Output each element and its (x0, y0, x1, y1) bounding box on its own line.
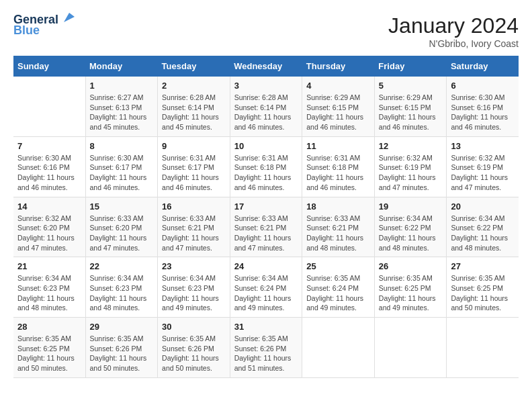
day-info: Sunrise: 6:35 AM Sunset: 6:25 PM Dayligh… (451, 273, 515, 313)
calendar-cell: 3Sunrise: 6:28 AM Sunset: 6:14 PM Daylig… (230, 77, 302, 136)
calendar-cell: 22Sunrise: 6:34 AM Sunset: 6:23 PM Dayli… (85, 257, 158, 318)
day-number: 8 (90, 141, 154, 151)
calendar-cell: 12Sunrise: 6:32 AM Sunset: 6:19 PM Dayli… (374, 136, 447, 197)
calendar-cell: 9Sunrise: 6:31 AM Sunset: 6:17 PM Daylig… (158, 136, 230, 197)
month-title: January 2024 (388, 13, 519, 38)
day-info: Sunrise: 6:28 AM Sunset: 6:14 PM Dayligh… (234, 93, 298, 132)
day-info: Sunrise: 6:27 AM Sunset: 6:13 PM Dayligh… (90, 93, 154, 132)
col-thursday: Thursday (302, 56, 375, 77)
day-info: Sunrise: 6:35 AM Sunset: 6:25 PM Dayligh… (17, 334, 81, 373)
day-info: Sunrise: 6:29 AM Sunset: 6:15 PM Dayligh… (379, 93, 443, 132)
day-number: 20 (451, 201, 515, 212)
calendar-cell: 13Sunrise: 6:32 AM Sunset: 6:19 PM Dayli… (447, 136, 519, 197)
day-info: Sunrise: 6:30 AM Sunset: 6:16 PM Dayligh… (451, 93, 515, 132)
calendar-header-row: Sunday Monday Tuesday Wednesday Thursday… (13, 56, 519, 77)
day-info: Sunrise: 6:28 AM Sunset: 6:14 PM Dayligh… (162, 93, 226, 132)
calendar-cell: 23Sunrise: 6:34 AM Sunset: 6:23 PM Dayli… (158, 257, 230, 318)
title-section: January 2024 N'Gbribo, Ivory Coast (388, 13, 519, 49)
calendar-week-row: 21Sunrise: 6:34 AM Sunset: 6:23 PM Dayli… (13, 257, 519, 318)
day-info: Sunrise: 6:34 AM Sunset: 6:23 PM Dayligh… (90, 273, 154, 313)
day-info: Sunrise: 6:34 AM Sunset: 6:23 PM Dayligh… (162, 273, 226, 313)
calendar-cell: 15Sunrise: 6:33 AM Sunset: 6:20 PM Dayli… (85, 197, 158, 257)
day-number: 1 (90, 81, 154, 91)
col-wednesday: Wednesday (230, 56, 302, 77)
col-saturday: Saturday (447, 56, 519, 77)
calendar-cell: 6Sunrise: 6:30 AM Sunset: 6:16 PM Daylig… (447, 77, 519, 136)
calendar-week-row: 28Sunrise: 6:35 AM Sunset: 6:25 PM Dayli… (13, 318, 519, 378)
location: N'Gbribo, Ivory Coast (388, 38, 519, 49)
day-info: Sunrise: 6:33 AM Sunset: 6:20 PM Dayligh… (90, 214, 154, 253)
calendar-cell (13, 77, 85, 136)
calendar-cell: 10Sunrise: 6:31 AM Sunset: 6:18 PM Dayli… (230, 136, 302, 197)
calendar-cell: 30Sunrise: 6:35 AM Sunset: 6:26 PM Dayli… (158, 318, 230, 378)
calendar-cell (374, 318, 447, 378)
calendar-cell: 26Sunrise: 6:35 AM Sunset: 6:25 PM Dayli… (374, 257, 447, 318)
calendar-cell: 19Sunrise: 6:34 AM Sunset: 6:22 PM Dayli… (374, 197, 447, 257)
calendar-week-row: 14Sunrise: 6:32 AM Sunset: 6:20 PM Dayli… (13, 197, 519, 257)
day-number: 3 (234, 81, 298, 91)
day-info: Sunrise: 6:31 AM Sunset: 6:18 PM Dayligh… (306, 153, 370, 193)
day-info: Sunrise: 6:33 AM Sunset: 6:21 PM Dayligh… (306, 214, 370, 253)
day-number: 28 (17, 322, 81, 332)
calendar-cell: 8Sunrise: 6:30 AM Sunset: 6:17 PM Daylig… (85, 136, 158, 197)
day-info: Sunrise: 6:35 AM Sunset: 6:26 PM Dayligh… (162, 334, 226, 373)
col-tuesday: Tuesday (158, 56, 230, 77)
day-info: Sunrise: 6:33 AM Sunset: 6:21 PM Dayligh… (162, 214, 226, 253)
calendar-cell: 20Sunrise: 6:34 AM Sunset: 6:22 PM Dayli… (447, 197, 519, 257)
calendar-cell: 4Sunrise: 6:29 AM Sunset: 6:15 PM Daylig… (302, 77, 375, 136)
day-number: 4 (306, 81, 370, 91)
day-number: 29 (90, 322, 154, 332)
day-info: Sunrise: 6:30 AM Sunset: 6:17 PM Dayligh… (90, 153, 154, 193)
day-info: Sunrise: 6:32 AM Sunset: 6:19 PM Dayligh… (379, 153, 443, 193)
day-info: Sunrise: 6:35 AM Sunset: 6:26 PM Dayligh… (90, 334, 154, 373)
svg-marker-0 (64, 13, 75, 22)
calendar-cell: 24Sunrise: 6:34 AM Sunset: 6:24 PM Dayli… (230, 257, 302, 318)
logo: General Blue (13, 13, 75, 38)
day-info: Sunrise: 6:35 AM Sunset: 6:25 PM Dayligh… (379, 273, 443, 313)
logo-blue: Blue (13, 24, 40, 38)
calendar-cell: 7Sunrise: 6:30 AM Sunset: 6:16 PM Daylig… (13, 136, 85, 197)
day-info: Sunrise: 6:31 AM Sunset: 6:17 PM Dayligh… (162, 153, 226, 193)
day-info: Sunrise: 6:29 AM Sunset: 6:15 PM Dayligh… (306, 93, 370, 132)
day-info: Sunrise: 6:34 AM Sunset: 6:23 PM Dayligh… (17, 273, 81, 313)
day-number: 27 (451, 261, 515, 271)
calendar-cell: 14Sunrise: 6:32 AM Sunset: 6:20 PM Dayli… (13, 197, 85, 257)
day-number: 14 (17, 201, 81, 212)
day-number: 16 (162, 201, 226, 212)
calendar-cell: 31Sunrise: 6:35 AM Sunset: 6:26 PM Dayli… (230, 318, 302, 378)
calendar-cell: 27Sunrise: 6:35 AM Sunset: 6:25 PM Dayli… (447, 257, 519, 318)
day-info: Sunrise: 6:30 AM Sunset: 6:16 PM Dayligh… (17, 153, 81, 193)
day-number: 25 (306, 261, 370, 271)
logo-bird-icon (60, 10, 75, 25)
calendar-cell: 11Sunrise: 6:31 AM Sunset: 6:18 PM Dayli… (302, 136, 375, 197)
day-info: Sunrise: 6:35 AM Sunset: 6:24 PM Dayligh… (306, 273, 370, 313)
day-number: 31 (234, 322, 298, 332)
day-info: Sunrise: 6:31 AM Sunset: 6:18 PM Dayligh… (234, 153, 298, 193)
day-number: 26 (379, 261, 443, 271)
day-info: Sunrise: 6:33 AM Sunset: 6:21 PM Dayligh… (234, 214, 298, 253)
calendar-cell: 5Sunrise: 6:29 AM Sunset: 6:15 PM Daylig… (374, 77, 447, 136)
calendar-cell: 17Sunrise: 6:33 AM Sunset: 6:21 PM Dayli… (230, 197, 302, 257)
day-number: 21 (17, 261, 81, 271)
day-info: Sunrise: 6:34 AM Sunset: 6:24 PM Dayligh… (234, 273, 298, 313)
day-number: 18 (306, 201, 370, 212)
calendar-cell (302, 318, 375, 378)
calendar-cell: 25Sunrise: 6:35 AM Sunset: 6:24 PM Dayli… (302, 257, 375, 318)
calendar-cell: 1Sunrise: 6:27 AM Sunset: 6:13 PM Daylig… (85, 77, 158, 136)
day-info: Sunrise: 6:32 AM Sunset: 6:19 PM Dayligh… (451, 153, 515, 193)
calendar-cell: 28Sunrise: 6:35 AM Sunset: 6:25 PM Dayli… (13, 318, 85, 378)
page-header: General Blue January 2024 N'Gbribo, Ivor… (13, 13, 519, 49)
day-number: 19 (379, 201, 443, 212)
day-info: Sunrise: 6:32 AM Sunset: 6:20 PM Dayligh… (17, 214, 81, 253)
day-number: 7 (17, 141, 81, 151)
col-sunday: Sunday (13, 56, 85, 77)
calendar-cell: 2Sunrise: 6:28 AM Sunset: 6:14 PM Daylig… (158, 77, 230, 136)
day-number: 12 (379, 141, 443, 151)
day-info: Sunrise: 6:34 AM Sunset: 6:22 PM Dayligh… (451, 214, 515, 253)
col-monday: Monday (85, 56, 158, 77)
calendar-cell: 18Sunrise: 6:33 AM Sunset: 6:21 PM Dayli… (302, 197, 375, 257)
day-info: Sunrise: 6:35 AM Sunset: 6:26 PM Dayligh… (234, 334, 298, 373)
day-number: 9 (162, 141, 226, 151)
calendar-week-row: 7Sunrise: 6:30 AM Sunset: 6:16 PM Daylig… (13, 136, 519, 197)
calendar-week-row: 1Sunrise: 6:27 AM Sunset: 6:13 PM Daylig… (13, 77, 519, 136)
